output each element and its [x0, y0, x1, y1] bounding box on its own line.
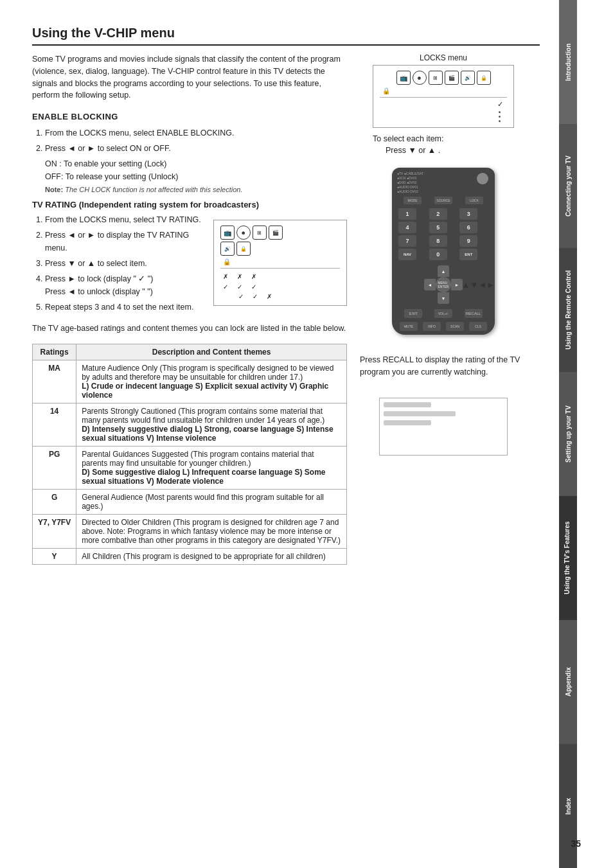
- remote-container: ●TV ●CABLE/SAT ●VCR ●DV01 ●DVD ●DV02 ●AU…: [392, 168, 495, 335]
- tab-introduction[interactable]: Introduction: [559, 0, 577, 124]
- intro-paragraph: Some TV programs and movies include sign…: [32, 53, 341, 102]
- rating-cell: PG: [33, 446, 76, 489]
- tab-features[interactable]: Using the TV's Features: [559, 496, 577, 620]
- remote-dpad-right[interactable]: ►: [451, 279, 463, 290]
- rating-divider: [220, 268, 340, 269]
- remote-dpad-down[interactable]: ▼: [438, 292, 449, 304]
- page-wrapper: Using the V-CHIP menu Some TV programs a…: [0, 0, 613, 868]
- remote-num-7[interactable]: 7: [398, 235, 416, 247]
- remote-num-2[interactable]: 2: [429, 208, 447, 220]
- remote-control-image: ●TV ●CABLE/SAT ●VCR ●DV01 ●DVD ●DV02 ●AU…: [392, 168, 495, 335]
- remote-dpad-area: ▲ ▼ ◄ ► MENUENTER ▲▼◄►: [392, 265, 495, 304]
- table-header-row: Ratings Description and Content themes: [33, 344, 347, 360]
- remote-btn-exit[interactable]: EXIT: [404, 309, 422, 318]
- page-number: 35: [571, 838, 581, 849]
- tv-step-1: From the LOCKS menu, select TV RATING.: [45, 213, 203, 226]
- remote-num-3[interactable]: 3: [459, 208, 477, 220]
- table-row: PGParental Guidances Suggested (This pro…: [33, 446, 347, 489]
- icon-circle1: ☻: [236, 226, 251, 240]
- locks-menu-section: LOCKS menu 📺 ☻ ⊞ 🎬 🔊 🔒 🔒: [373, 53, 514, 155]
- locks-icon-box1: ⊞: [429, 71, 443, 85]
- remote-num-nav[interactable]: NAV: [398, 249, 416, 260]
- rating-cell: MA: [33, 360, 76, 403]
- tab-setting[interactable]: Setting up your TV: [559, 372, 577, 496]
- remote-btn-cls[interactable]: CLS: [469, 322, 487, 331]
- remote-num-0[interactable]: 0: [429, 249, 447, 260]
- remote-num-9[interactable]: 9: [459, 235, 477, 247]
- icon-row: 📺 ☻ ⊞ 🎬 🔊 🔒: [220, 226, 291, 256]
- icon-box4: 🔒: [236, 242, 251, 256]
- locks-menu-box: 📺 ☻ ⊞ 🎬 🔊 🔒 🔒 ✓: [373, 65, 514, 128]
- desc-cell: All Children (This program is designed t…: [76, 548, 347, 564]
- ratings-table: Ratings Description and Content themes M…: [32, 344, 347, 565]
- desc-cell: General Audience (Most parents would fin…: [76, 489, 347, 514]
- table-row: Y7, Y7FVDirected to Older Children (This…: [33, 514, 347, 548]
- desc-cell: Parental Guidances Suggested (This progr…: [76, 446, 347, 489]
- locks-icon-circle: ☻: [413, 71, 427, 85]
- screen-line-3: [384, 420, 431, 425]
- remote-num-6[interactable]: 6: [459, 222, 477, 233]
- locks-icon-tv: 📺: [396, 71, 411, 85]
- remote-last-btns: MUTE INFO SCAN CLS: [392, 321, 495, 332]
- locks-divider: [380, 97, 507, 98]
- rating-cell: G: [33, 489, 76, 514]
- desc-bold: D) Some suggestive dialog L) Infrequent …: [82, 468, 341, 486]
- remote-btn-recall[interactable]: RECALL: [465, 309, 483, 318]
- recall-text: Press RECALL to display the rating of th…: [360, 354, 527, 378]
- two-column-layout: Some TV programs and movies include sign…: [32, 53, 540, 565]
- remote-dpad-up[interactable]: ▲: [438, 265, 449, 277]
- to-select-text: To select each item:: [373, 134, 514, 143]
- dot3: [499, 120, 501, 122]
- locks-icon-box4: 🔒: [477, 71, 491, 85]
- rating-screen-box: [379, 398, 508, 456]
- tab-connecting[interactable]: Connecting your TV: [559, 124, 577, 248]
- rating-box-icons: 📺 ☻ ⊞ 🎬 🔊 🔒: [220, 226, 340, 256]
- screen-line-1: [384, 402, 431, 407]
- check-row-2: ✓✓✓: [223, 283, 340, 292]
- remote-labels: ●TV ●CABLE/SAT ●VCR ●DV01 ●DVD ●DV02 ●AU…: [397, 172, 490, 194]
- locks-icons-row: 📺 ☻ ⊞ 🎬 🔊 🔒: [380, 71, 507, 85]
- remote-btn-mode[interactable]: MODE: [404, 197, 422, 204]
- tab-remote[interactable]: Using the Remote Control: [559, 248, 577, 372]
- rating-sub-icon: 🔒: [220, 258, 340, 265]
- left-column: Some TV programs and movies include sign…: [32, 53, 347, 565]
- remote-top: ●TV ●CABLE/SAT ●VCR ●DV01 ●DVD ●DV02 ●AU…: [392, 168, 495, 195]
- remote-dpad-left[interactable]: ◄: [424, 279, 436, 290]
- step-2: Press ◄ or ► to select ON or OFF.: [45, 142, 347, 155]
- rating-cell: Y7, Y7FV: [33, 514, 76, 548]
- screen-line-2: [384, 411, 456, 416]
- locks-checkmark: ✓: [380, 100, 507, 109]
- remote-dpad-center[interactable]: MENUENTER: [436, 277, 451, 292]
- ratings-table-body: MAMature Audience Only (This program is …: [33, 360, 347, 564]
- remote-btn-mute[interactable]: MUTE: [400, 322, 418, 331]
- table-row: YAll Children (This program is designed …: [33, 548, 347, 564]
- tv-rating-menu-box: 📺 ☻ ⊞ 🎬 🔊 🔒 🔒 ✗✗✗: [213, 220, 347, 306]
- remote-btn-vol[interactable]: VOL+/-: [434, 309, 452, 318]
- off-text: OFF: To release your setting (Unlock): [45, 170, 347, 183]
- desc-bold: L) Crude or indecent language S) Explici…: [82, 382, 341, 400]
- tv-rating-steps: From the LOCKS menu, select TV RATING. P…: [32, 213, 203, 314]
- right-tabs: Introduction Connecting your TV Using th…: [559, 0, 577, 868]
- remote-power-button[interactable]: [477, 173, 488, 184]
- remote-num-4[interactable]: 4: [398, 222, 416, 233]
- screen-lines: [384, 402, 503, 425]
- remote-num-5[interactable]: 5: [429, 222, 447, 233]
- remote-btn-lock[interactable]: LOCK: [465, 197, 483, 204]
- tab-appendix[interactable]: Appendix: [559, 620, 577, 744]
- remote-num-1[interactable]: 1: [398, 208, 416, 220]
- tv-step-2: Press ◄ or ► to display the TV RATING me…: [45, 229, 203, 254]
- tv-rating-heading: TV RATING (Independent rating system for…: [32, 200, 347, 209]
- remote-btn-source[interactable]: SOURCE: [434, 197, 452, 204]
- dot2: [499, 116, 501, 118]
- check-row-1: ✗✗✗: [223, 272, 340, 281]
- remote-btn-scan[interactable]: SCAN: [446, 322, 464, 331]
- note-text: Note: The CH LOCK function is not affect…: [45, 186, 347, 193]
- remote-num-8[interactable]: 8: [429, 235, 447, 247]
- on-text: ON : To enable your setting (Lock): [45, 157, 347, 170]
- tab-index[interactable]: Index: [559, 744, 577, 868]
- tv-rating-layout: From the LOCKS menu, select TV RATING. P…: [32, 213, 347, 316]
- remote-num-ent[interactable]: ENT: [459, 249, 477, 260]
- remote-btn-info[interactable]: INFO: [423, 322, 441, 331]
- check-row-3: ✓✓✗: [220, 293, 340, 300]
- rating-cell: Y: [33, 548, 76, 564]
